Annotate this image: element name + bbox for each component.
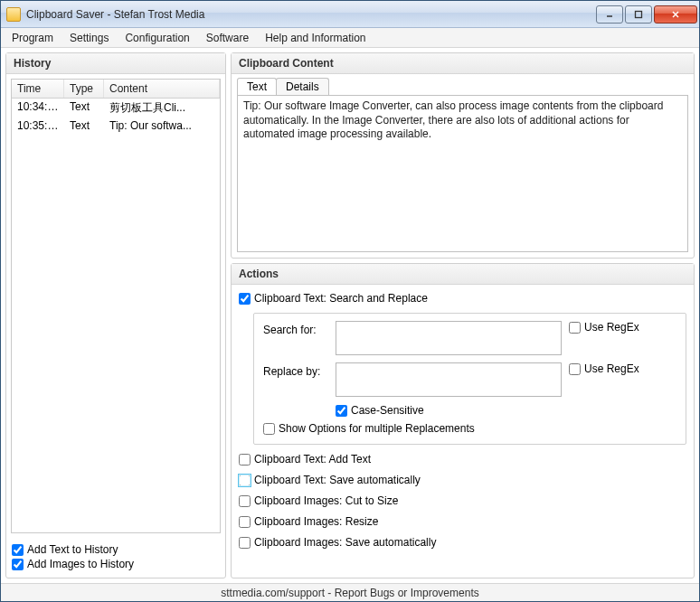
action-img-save-label: Clipboard Images: Save automatically bbox=[254, 536, 436, 549]
action-img-cut-checkbox[interactable] bbox=[239, 495, 251, 507]
clipboard-content-title: Clipboard Content bbox=[232, 53, 694, 74]
history-table: Time Type Content 10:34:12 Text 剪切板工具Cli… bbox=[11, 79, 221, 533]
action-add-text-checkbox[interactable] bbox=[239, 454, 251, 466]
action-save-auto-label: Clipboard Text: Save automatically bbox=[254, 474, 421, 486]
action-save-auto-checkbox[interactable] bbox=[239, 475, 251, 486]
action-img-resize-checkbox[interactable] bbox=[239, 516, 251, 528]
tab-text[interactable]: Text bbox=[237, 78, 277, 95]
close-button[interactable] bbox=[654, 5, 697, 24]
action-img-resize-label: Clipboard Images: Resize bbox=[254, 515, 378, 528]
action-search-replace-checkbox[interactable] bbox=[239, 293, 251, 305]
app-icon bbox=[6, 7, 21, 22]
search-use-regex-checkbox[interactable] bbox=[569, 322, 581, 334]
action-add-text-label: Clipboard Text: Add Text bbox=[254, 453, 371, 466]
actions-panel: Actions Clipboard Text: Search and Repla… bbox=[231, 263, 695, 578]
status-text: sttmedia.com/support - Report Bugs or Im… bbox=[221, 587, 478, 599]
history-panel: History Time Type Content 10:34:12 Text … bbox=[5, 52, 226, 578]
action-img-cut[interactable]: Clipboard Images: Cut to Size bbox=[239, 494, 686, 507]
search-use-regex-label: Use RegEx bbox=[584, 321, 639, 334]
title-bar: Clipboard Saver - Stefan Trost Media bbox=[1, 1, 699, 28]
history-col-type[interactable]: Type bbox=[64, 80, 104, 98]
show-multiple-options[interactable]: Show Options for multiple Replacements bbox=[263, 422, 676, 435]
status-bar: sttmedia.com/support - Report Bugs or Im… bbox=[1, 583, 699, 601]
add-text-to-history-checkbox[interactable] bbox=[12, 544, 24, 556]
history-col-content[interactable]: Content bbox=[104, 80, 220, 98]
search-use-regex[interactable]: Use RegEx bbox=[569, 321, 639, 334]
add-images-to-history-label: Add Images to History bbox=[27, 558, 134, 570]
action-img-save-checkbox[interactable] bbox=[239, 537, 251, 549]
clipboard-content-panel: Clipboard Content Text Details bbox=[231, 52, 695, 259]
add-text-to-history[interactable]: Add Text to History bbox=[12, 543, 220, 556]
add-text-to-history-label: Add Text to History bbox=[27, 543, 118, 556]
action-add-text[interactable]: Clipboard Text: Add Text bbox=[239, 453, 686, 466]
action-img-cut-label: Clipboard Images: Cut to Size bbox=[254, 494, 398, 507]
history-cell-type: Text bbox=[64, 99, 104, 117]
action-img-save[interactable]: Clipboard Images: Save automatically bbox=[239, 536, 686, 549]
svg-rect-1 bbox=[636, 11, 642, 17]
history-cell-time: 10:35:24 bbox=[12, 118, 64, 133]
history-cell-time: 10:34:12 bbox=[12, 99, 64, 117]
maximize-button[interactable] bbox=[625, 5, 652, 24]
history-row[interactable]: 10:34:12 Text 剪切板工具Cli... bbox=[12, 99, 220, 118]
replace-use-regex-checkbox[interactable] bbox=[569, 363, 581, 375]
menu-bar: Program Settings Configuration Software … bbox=[1, 28, 699, 48]
minimize-button[interactable] bbox=[596, 5, 623, 24]
history-cell-type: Text bbox=[64, 118, 104, 133]
history-title: History bbox=[6, 53, 225, 74]
menu-software[interactable]: Software bbox=[199, 30, 256, 46]
actions-title: Actions bbox=[232, 264, 694, 285]
show-multiple-options-checkbox[interactable] bbox=[263, 423, 275, 435]
add-images-to-history[interactable]: Add Images to History bbox=[12, 558, 220, 570]
replace-by-label: Replace by: bbox=[263, 362, 328, 378]
tab-details[interactable]: Details bbox=[276, 78, 329, 95]
show-multiple-options-label: Show Options for multiple Replacements bbox=[279, 422, 475, 435]
clipboard-text-area[interactable] bbox=[237, 95, 688, 252]
replace-use-regex[interactable]: Use RegEx bbox=[569, 362, 639, 375]
action-save-auto[interactable]: Clipboard Text: Save automatically bbox=[239, 474, 686, 486]
action-search-replace-label: Clipboard Text: Search and Replace bbox=[254, 292, 428, 305]
history-header-row: Time Type Content bbox=[12, 80, 220, 99]
history-cell-content: 剪切板工具Cli... bbox=[104, 99, 220, 117]
menu-configuration[interactable]: Configuration bbox=[118, 30, 196, 46]
search-replace-box: Search for: Use RegEx Replace by: bbox=[253, 313, 686, 445]
action-search-replace[interactable]: Clipboard Text: Search and Replace bbox=[239, 292, 686, 305]
add-images-to-history-checkbox[interactable] bbox=[12, 559, 24, 570]
action-img-resize[interactable]: Clipboard Images: Resize bbox=[239, 515, 686, 528]
history-col-time[interactable]: Time bbox=[12, 80, 64, 98]
case-sensitive[interactable]: Case-Sensitive bbox=[336, 404, 424, 417]
window-title: Clipboard Saver - Stefan Trost Media bbox=[26, 8, 596, 21]
replace-by-input[interactable] bbox=[336, 362, 562, 397]
history-row[interactable]: 10:35:24 Text Tip: Our softwa... bbox=[12, 118, 220, 134]
menu-program[interactable]: Program bbox=[5, 30, 61, 46]
menu-settings[interactable]: Settings bbox=[62, 30, 116, 46]
case-sensitive-label: Case-Sensitive bbox=[351, 404, 424, 417]
search-for-input[interactable] bbox=[336, 321, 562, 355]
search-for-label: Search for: bbox=[263, 321, 328, 336]
menu-help[interactable]: Help and Information bbox=[258, 30, 373, 46]
history-cell-content: Tip: Our softwa... bbox=[104, 118, 220, 133]
replace-use-regex-label: Use RegEx bbox=[584, 362, 639, 375]
case-sensitive-checkbox[interactable] bbox=[336, 405, 347, 417]
